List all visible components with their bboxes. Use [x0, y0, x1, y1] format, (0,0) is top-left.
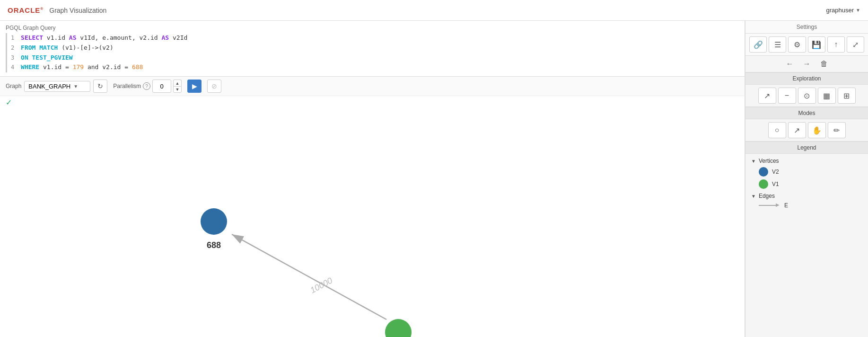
undo-button[interactable]: ←	[783, 59, 797, 69]
exploration-header: Exploration	[745, 72, 868, 85]
line-num-3: 3	[11, 54, 14, 61]
table-icon-button[interactable]: ☰	[769, 36, 786, 53]
modes-icons-row: ○ ↗ ✋ ✏	[745, 119, 868, 142]
graph-control-group: Graph BANK_GRAPH ▼ ↻	[6, 80, 107, 93]
graph-select[interactable]: BANK_GRAPH ▼	[24, 81, 90, 92]
v2-label: V2	[772, 168, 779, 175]
edge-line	[759, 205, 776, 206]
vertices-triangle-icon: ▼	[751, 159, 756, 164]
legend-v2-item: V2	[759, 167, 862, 177]
query-editor[interactable]: 1 SELECT v1.id AS v1Id, e.amount, v2.id …	[6, 33, 739, 72]
user-menu[interactable]: graphuser ▼	[826, 7, 860, 14]
run-button[interactable]: ▶	[187, 80, 202, 93]
query-line-3: 3 ON TEST_PGVIEW	[11, 53, 739, 63]
query-line-4: 4 WHERE v1.id = 179 and v2.id = 688	[11, 62, 739, 72]
upload-icon-button[interactable]: ↑	[827, 36, 845, 53]
legend-label: Legend	[797, 144, 816, 151]
app-title: Graph Visualization	[49, 7, 106, 14]
query-section: PGQL Graph Query 1 SELECT v1.id AS v1Id,…	[0, 21, 745, 77]
pan-mode-button[interactable]: ✋	[808, 122, 826, 138]
graph-label: Graph	[6, 83, 21, 89]
parallelism-up-button[interactable]: ▲	[173, 80, 182, 86]
parallelism-control-group: Parallelism ? ▲ ▼	[113, 80, 182, 93]
nav-row: ← → 🗑	[745, 56, 868, 72]
main-layout: PGQL Graph Query 1 SELECT v1.id AS v1Id,…	[0, 21, 868, 337]
parallelism-down-button[interactable]: ▼	[173, 86, 182, 93]
legend-v1-item: V1	[759, 179, 862, 189]
user-dropdown-icon: ▼	[856, 8, 860, 13]
collapse-icon-button[interactable]: −	[778, 88, 796, 104]
query-line-1: 1 SELECT v1.id AS v1Id, e.amount, v2.id …	[11, 33, 739, 43]
node-688-label: 688	[191, 240, 237, 250]
move-mode-button[interactable]: ↗	[788, 122, 806, 138]
modes-label: Modes	[798, 110, 815, 116]
query-line-2: 2 FROM MATCH (v1)-[e]->(v2)	[11, 43, 739, 53]
expand-all-icon-button[interactable]: ↗	[758, 88, 776, 104]
status-bar: ✓	[0, 96, 745, 109]
edges-label: Edges	[759, 193, 775, 199]
node-688[interactable]	[201, 208, 227, 235]
graph-svg: 10000	[0, 109, 745, 337]
line-num-2: 2	[11, 44, 14, 51]
oracle-logo: ORACLE®	[8, 6, 44, 14]
node-179[interactable]	[385, 319, 412, 337]
vertices-group[interactable]: ▼ Vertices	[751, 158, 862, 164]
line-num-4: 4	[11, 64, 14, 71]
graph-select-value: BANK_GRAPH	[28, 83, 70, 90]
grid-icon-button[interactable]: ▦	[818, 88, 836, 104]
link-icon-button[interactable]: 🔗	[749, 36, 767, 53]
legend-header: Legend	[745, 142, 868, 154]
parallelism-help-icon[interactable]: ?	[143, 82, 150, 90]
vertices-label: Vertices	[759, 158, 779, 164]
graph-select-arrow-icon: ▼	[73, 84, 78, 89]
refresh-button[interactable]: ↻	[93, 80, 107, 93]
modes-header: Modes	[745, 107, 868, 119]
left-panel: PGQL Graph Query 1 SELECT v1.id AS v1Id,…	[0, 21, 745, 337]
top-bar-left: ORACLE® Graph Visualization	[8, 6, 106, 14]
select-mode-button[interactable]: ○	[768, 122, 786, 138]
parallelism-input[interactable]	[152, 80, 171, 93]
query-label: PGQL Graph Query	[6, 25, 739, 31]
save-icon-button[interactable]: 💾	[808, 36, 825, 53]
settings-icons-row: 🔗 ☰ ⚙ 💾 ↑ ⤢	[745, 34, 868, 56]
exploration-label: Exploration	[792, 75, 821, 82]
parallelism-spinners: ▲ ▼	[173, 80, 182, 93]
legend-section: ▼ Vertices V2 V1 ▼ Edges E	[745, 154, 868, 337]
expand-icon-button[interactable]: ⤢	[847, 36, 864, 53]
graph-canvas[interactable]: 10000 688 179	[0, 109, 745, 337]
edge-label: 10000	[308, 276, 334, 295]
split-icon-button[interactable]: ⊞	[838, 88, 856, 104]
legend-edge-e-item: E	[759, 202, 862, 209]
settings-header: Settings	[745, 21, 868, 34]
settings-label: Settings	[797, 24, 817, 30]
parallelism-label: Parallelism	[113, 83, 141, 89]
v1-label: V1	[772, 181, 779, 187]
line-num-1: 1	[11, 35, 14, 41]
clear-button[interactable]: 🗑	[817, 59, 831, 69]
redo-button[interactable]: →	[800, 59, 814, 69]
status-ok-icon: ✓	[6, 98, 12, 107]
edge-e-label: E	[784, 202, 788, 209]
oracle-wordmark: ORACLE®	[8, 6, 44, 14]
cancel-button[interactable]: ⊘	[207, 80, 221, 93]
edit-mode-button[interactable]: ✏	[828, 122, 846, 138]
gear-icon-button[interactable]: ⚙	[788, 36, 806, 53]
exploration-icons-row: ↗ − ⊙ ▦ ⊞	[745, 85, 868, 107]
edges-group[interactable]: ▼ Edges	[751, 193, 862, 199]
v2-color-dot	[759, 167, 768, 177]
svg-line-1	[232, 234, 386, 319]
username: graphuser	[826, 7, 854, 14]
right-panel: Settings 🔗 ☰ ⚙ 💾 ↑ ⤢ ← → 🗑 Exploration ↗…	[745, 21, 868, 337]
kw-select: SELECT	[21, 34, 47, 41]
controls-bar: Graph BANK_GRAPH ▼ ↻ Parallelism ? ▲ ▼ ▶…	[0, 77, 745, 96]
top-bar: ORACLE® Graph Visualization graphuser ▼	[0, 0, 868, 21]
v1-color-dot	[759, 179, 768, 189]
edges-triangle-icon: ▼	[751, 194, 756, 199]
focus-icon-button[interactable]: ⊙	[798, 88, 816, 104]
